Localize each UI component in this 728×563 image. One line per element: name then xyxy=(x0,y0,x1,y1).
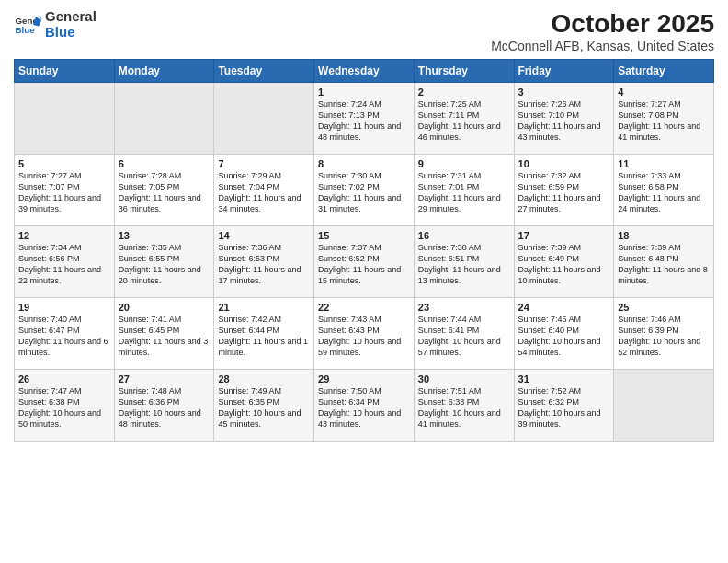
calendar-cell: 31Sunrise: 7:52 AM Sunset: 6:32 PM Dayli… xyxy=(514,370,614,442)
calendar-cell: 6Sunrise: 7:28 AM Sunset: 7:05 PM Daylig… xyxy=(114,155,214,226)
day-info: Sunrise: 7:39 AM Sunset: 6:48 PM Dayligh… xyxy=(618,242,710,287)
weekday-header-tuesday: Tuesday xyxy=(214,60,314,83)
day-info: Sunrise: 7:30 AM Sunset: 7:02 PM Dayligh… xyxy=(318,170,410,215)
header: General Blue General Blue October 2025 M… xyxy=(14,9,714,53)
day-number: 26 xyxy=(18,373,110,385)
weekday-header-monday: Monday xyxy=(114,60,214,83)
week-row-1: 1Sunrise: 7:24 AM Sunset: 7:13 PM Daylig… xyxy=(15,83,714,155)
calendar-cell: 22Sunrise: 7:43 AM Sunset: 6:43 PM Dayli… xyxy=(314,298,415,370)
weekday-header-wednesday: Wednesday xyxy=(314,60,415,83)
logo-icon: General Blue xyxy=(14,11,41,39)
calendar-cell: 27Sunrise: 7:48 AM Sunset: 6:36 PM Dayli… xyxy=(114,370,214,442)
calendar-cell: 19Sunrise: 7:40 AM Sunset: 6:47 PM Dayli… xyxy=(15,298,115,370)
weekday-header-friday: Friday xyxy=(514,60,614,83)
day-number: 6 xyxy=(119,158,210,169)
day-info: Sunrise: 7:52 AM Sunset: 6:32 PM Dayligh… xyxy=(518,385,610,431)
calendar-cell: 14Sunrise: 7:36 AM Sunset: 6:53 PM Dayli… xyxy=(214,226,314,298)
day-number: 27 xyxy=(119,373,210,385)
day-number: 19 xyxy=(18,302,110,313)
calendar-cell: 25Sunrise: 7:46 AM Sunset: 6:39 PM Dayli… xyxy=(614,298,714,370)
day-number: 8 xyxy=(318,158,410,169)
day-info: Sunrise: 7:24 AM Sunset: 7:13 PM Dayligh… xyxy=(318,98,410,144)
day-number: 23 xyxy=(418,302,510,313)
day-info: Sunrise: 7:46 AM Sunset: 6:39 PM Dayligh… xyxy=(618,314,710,359)
weekday-header-thursday: Thursday xyxy=(414,60,514,83)
calendar-cell: 21Sunrise: 7:42 AM Sunset: 6:44 PM Dayli… xyxy=(214,298,314,370)
svg-text:Blue: Blue xyxy=(16,25,36,35)
calendar-cell: 28Sunrise: 7:49 AM Sunset: 6:35 PM Dayli… xyxy=(214,370,314,442)
day-info: Sunrise: 7:29 AM Sunset: 7:04 PM Dayligh… xyxy=(218,170,310,215)
logo-blue: Blue xyxy=(45,25,97,40)
day-number: 10 xyxy=(518,158,610,169)
calendar-cell: 8Sunrise: 7:30 AM Sunset: 7:02 PM Daylig… xyxy=(314,155,415,226)
calendar-cell: 17Sunrise: 7:39 AM Sunset: 6:49 PM Dayli… xyxy=(514,226,614,298)
logo: General Blue General Blue xyxy=(14,9,97,40)
calendar-cell: 10Sunrise: 7:32 AM Sunset: 6:59 PM Dayli… xyxy=(514,155,614,226)
day-info: Sunrise: 7:27 AM Sunset: 7:08 PM Dayligh… xyxy=(618,98,710,144)
day-info: Sunrise: 7:37 AM Sunset: 6:52 PM Dayligh… xyxy=(318,242,410,287)
day-info: Sunrise: 7:38 AM Sunset: 6:51 PM Dayligh… xyxy=(418,242,510,287)
day-number: 9 xyxy=(418,158,510,169)
calendar-cell: 29Sunrise: 7:50 AM Sunset: 6:34 PM Dayli… xyxy=(314,370,415,442)
day-number: 2 xyxy=(418,86,510,98)
day-number: 12 xyxy=(18,230,110,241)
calendar-cell: 18Sunrise: 7:39 AM Sunset: 6:48 PM Dayli… xyxy=(614,226,714,298)
day-number: 25 xyxy=(618,302,710,313)
day-number: 31 xyxy=(518,373,610,385)
calendar-cell: 7Sunrise: 7:29 AM Sunset: 7:04 PM Daylig… xyxy=(214,155,314,226)
day-info: Sunrise: 7:36 AM Sunset: 6:53 PM Dayligh… xyxy=(218,242,310,287)
day-number: 17 xyxy=(518,230,610,241)
day-number: 4 xyxy=(618,86,710,98)
day-number: 7 xyxy=(218,158,310,169)
day-info: Sunrise: 7:47 AM Sunset: 6:38 PM Dayligh… xyxy=(18,385,110,431)
week-row-3: 12Sunrise: 7:34 AM Sunset: 6:56 PM Dayli… xyxy=(15,226,714,298)
day-number: 24 xyxy=(518,302,610,313)
day-info: Sunrise: 7:41 AM Sunset: 6:45 PM Dayligh… xyxy=(119,314,210,359)
day-info: Sunrise: 7:31 AM Sunset: 7:01 PM Dayligh… xyxy=(418,170,510,215)
day-number: 14 xyxy=(218,230,310,241)
calendar-cell: 5Sunrise: 7:27 AM Sunset: 7:07 PM Daylig… xyxy=(15,155,115,226)
day-info: Sunrise: 7:25 AM Sunset: 7:11 PM Dayligh… xyxy=(418,98,510,144)
calendar-cell: 1Sunrise: 7:24 AM Sunset: 7:13 PM Daylig… xyxy=(314,83,415,155)
title-block: October 2025 McConnell AFB, Kansas, Unit… xyxy=(491,9,714,53)
calendar-cell: 16Sunrise: 7:38 AM Sunset: 6:51 PM Dayli… xyxy=(414,226,514,298)
calendar-cell: 23Sunrise: 7:44 AM Sunset: 6:41 PM Dayli… xyxy=(414,298,514,370)
day-number: 29 xyxy=(318,373,410,385)
day-info: Sunrise: 7:26 AM Sunset: 7:10 PM Dayligh… xyxy=(518,98,610,144)
day-info: Sunrise: 7:39 AM Sunset: 6:49 PM Dayligh… xyxy=(518,242,610,287)
day-info: Sunrise: 7:33 AM Sunset: 6:58 PM Dayligh… xyxy=(618,170,710,215)
calendar-cell: 3Sunrise: 7:26 AM Sunset: 7:10 PM Daylig… xyxy=(514,83,614,155)
calendar-cell xyxy=(214,83,314,155)
day-info: Sunrise: 7:51 AM Sunset: 6:33 PM Dayligh… xyxy=(418,385,510,431)
day-number: 28 xyxy=(218,373,310,385)
day-info: Sunrise: 7:42 AM Sunset: 6:44 PM Dayligh… xyxy=(218,314,310,359)
calendar-cell: 24Sunrise: 7:45 AM Sunset: 6:40 PM Dayli… xyxy=(514,298,614,370)
day-number: 18 xyxy=(618,230,710,241)
calendar-cell: 30Sunrise: 7:51 AM Sunset: 6:33 PM Dayli… xyxy=(414,370,514,442)
day-number: 16 xyxy=(418,230,510,241)
day-info: Sunrise: 7:44 AM Sunset: 6:41 PM Dayligh… xyxy=(418,314,510,359)
week-row-5: 26Sunrise: 7:47 AM Sunset: 6:38 PM Dayli… xyxy=(15,370,714,442)
day-info: Sunrise: 7:48 AM Sunset: 6:36 PM Dayligh… xyxy=(119,385,210,431)
location-title: McConnell AFB, Kansas, United States xyxy=(491,39,714,53)
day-number: 15 xyxy=(318,230,410,241)
calendar-table: SundayMondayTuesdayWednesdayThursdayFrid… xyxy=(14,59,714,442)
day-number: 22 xyxy=(318,302,410,313)
day-info: Sunrise: 7:32 AM Sunset: 6:59 PM Dayligh… xyxy=(518,170,610,215)
calendar-cell xyxy=(15,83,115,155)
day-info: Sunrise: 7:27 AM Sunset: 7:07 PM Dayligh… xyxy=(18,170,110,215)
week-row-2: 5Sunrise: 7:27 AM Sunset: 7:07 PM Daylig… xyxy=(15,155,714,226)
logo-general: General xyxy=(45,9,97,25)
page-container: General Blue General Blue October 2025 M… xyxy=(0,0,728,563)
day-number: 1 xyxy=(318,86,410,98)
day-info: Sunrise: 7:49 AM Sunset: 6:35 PM Dayligh… xyxy=(218,385,310,431)
day-number: 20 xyxy=(119,302,210,313)
calendar-cell: 2Sunrise: 7:25 AM Sunset: 7:11 PM Daylig… xyxy=(414,83,514,155)
day-number: 3 xyxy=(518,86,610,98)
day-info: Sunrise: 7:40 AM Sunset: 6:47 PM Dayligh… xyxy=(18,314,110,359)
weekday-header-row: SundayMondayTuesdayWednesdayThursdayFrid… xyxy=(15,60,714,83)
calendar-cell: 26Sunrise: 7:47 AM Sunset: 6:38 PM Dayli… xyxy=(15,370,115,442)
calendar-cell: 4Sunrise: 7:27 AM Sunset: 7:08 PM Daylig… xyxy=(614,83,714,155)
day-info: Sunrise: 7:35 AM Sunset: 6:55 PM Dayligh… xyxy=(119,242,210,287)
weekday-header-saturday: Saturday xyxy=(614,60,714,83)
